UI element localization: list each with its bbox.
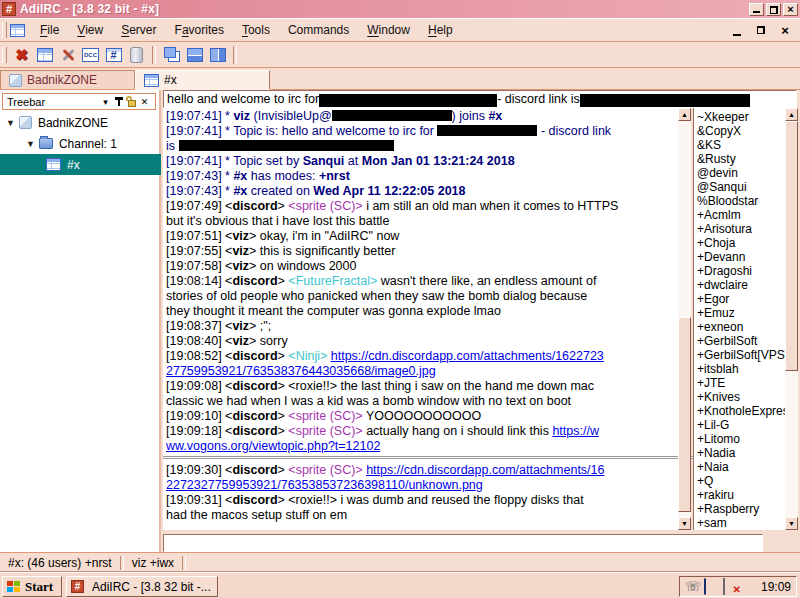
- toolbar-grip[interactable]: [2, 47, 7, 63]
- menu-item-file[interactable]: File: [31, 21, 68, 39]
- menu-item-view[interactable]: View: [68, 21, 112, 39]
- chat-scrollbar[interactable]: ▲ ▼: [678, 108, 691, 530]
- userlist-item[interactable]: +dwclaire: [697, 278, 785, 292]
- chat-scroll-thumb[interactable]: [678, 317, 691, 512]
- user-list[interactable]: ~Xkeeper&CopyX&KS&Rusty@devin@Sanqui%Blo…: [693, 108, 785, 530]
- mdi-system-menu-icon[interactable]: [10, 24, 25, 37]
- cascade-windows-button[interactable]: [160, 44, 183, 66]
- mdi-restore-button[interactable]: [754, 24, 768, 37]
- start-button[interactable]: Start: [2, 576, 62, 597]
- chat-text: <sprite (SC)>: [288, 463, 362, 477]
- chat-link[interactable]: https://cdn.discordapp.com/attachments/1…: [366, 463, 604, 477]
- channels-button[interactable]: #: [102, 44, 125, 66]
- userlist-item[interactable]: +sam: [697, 516, 785, 530]
- userlist-item[interactable]: +Knives: [697, 390, 785, 404]
- userlist-item[interactable]: %Bloodstar: [697, 194, 785, 208]
- fax-tray-icon[interactable]: ☏: [685, 579, 700, 594]
- userlist-item[interactable]: &CopyX: [697, 124, 785, 138]
- userlist-item[interactable]: +Q: [697, 474, 785, 488]
- userlist-item[interactable]: +Lil-G: [697, 418, 785, 432]
- tab-x[interactable]: #x: [135, 70, 270, 89]
- userlist-scroll-down-button[interactable]: ▼: [785, 517, 798, 530]
- treebar-close-button[interactable]: ✕: [138, 96, 151, 108]
- minimize-button[interactable]: [749, 3, 764, 16]
- menu-item-favorites[interactable]: Favorites: [166, 21, 233, 39]
- chat-link[interactable]: https://w: [552, 424, 599, 438]
- treebar-pin-button[interactable]: [112, 96, 125, 108]
- chat-text: discord: [232, 379, 277, 393]
- scripts-button[interactable]: [125, 44, 148, 66]
- network-error-tray-icon[interactable]: [723, 579, 738, 594]
- userlist-item[interactable]: +JTE: [697, 376, 785, 390]
- userlist-item[interactable]: +Arisotura: [697, 222, 785, 236]
- chat-scroll-down-button[interactable]: ▼: [678, 517, 691, 530]
- chat-text: [19:07:58] <: [166, 259, 232, 273]
- tab-badnikzone[interactable]: BadnikZONE: [0, 70, 135, 89]
- userlist-item[interactable]: +Litomo: [697, 432, 785, 446]
- mdi-close-button[interactable]: ×: [778, 24, 792, 37]
- tile-horizontal-button[interactable]: [183, 44, 206, 66]
- chat-text: #x: [488, 109, 502, 123]
- menu-item-help[interactable]: Help: [419, 21, 462, 39]
- userlist-item[interactable]: @devin: [697, 166, 785, 180]
- chat-live-area[interactable]: [19:09:30] <discord> <sprite (SC)> https…: [163, 459, 678, 530]
- redacted-text: [179, 140, 394, 151]
- userlist-item[interactable]: +KnotholeExpress: [697, 404, 785, 418]
- adiirc-tray-icon[interactable]: [704, 579, 719, 594]
- close-button[interactable]: ×: [783, 3, 798, 16]
- userlist-item[interactable]: +Dragoshi: [697, 264, 785, 278]
- menu-item-server[interactable]: Server: [112, 21, 165, 39]
- userlist-scroll-up-button[interactable]: ▲: [785, 108, 798, 121]
- options-button[interactable]: [56, 44, 79, 66]
- expand-arrow-icon[interactable]: ▼: [6, 118, 15, 128]
- chat-line: ww.vogons.org/viewtopic.php?t=12102: [166, 439, 678, 454]
- userlist-item[interactable]: +GerbilSoft: [697, 334, 785, 348]
- chat-link[interactable]: https://cdn.discordapp.com/attachments/1…: [331, 349, 604, 363]
- server-list-button[interactable]: [33, 44, 56, 66]
- channel-status: #x: (46 users) +nrst: [0, 556, 120, 570]
- menu-item-tools[interactable]: Tools: [233, 21, 279, 39]
- tree-item-channel1[interactable]: ▼Channel: 1: [0, 133, 161, 154]
- chat-link[interactable]: 27759953921/763538376443035668/image0.jp…: [166, 364, 436, 378]
- chat-link[interactable]: 2272327759953921/763538537236398110/unkn…: [166, 478, 483, 492]
- userlist-item[interactable]: +GerbilSoft[VPS]: [697, 348, 785, 362]
- userlist-item[interactable]: ~Xkeeper: [697, 110, 785, 124]
- tabbar: BadnikZONE#x: [0, 68, 800, 90]
- tile-vertical-button[interactable]: [206, 44, 229, 66]
- chat-scrollback[interactable]: [19:07:41] * viz (InvisibleUp@) joins #x…: [163, 108, 678, 456]
- disconnect-button[interactable]: ✖: [10, 44, 33, 66]
- userlist-item[interactable]: +Nadia: [697, 446, 785, 460]
- tree-item-x[interactable]: #x: [0, 154, 161, 175]
- mdi-minimize-button[interactable]: [730, 24, 744, 37]
- treebar-menu-button[interactable]: ▾: [99, 96, 112, 108]
- dcc-button[interactable]: DCC: [79, 44, 102, 66]
- userlist-item[interactable]: +Egor: [697, 292, 785, 306]
- userlist-item[interactable]: +Devann: [697, 250, 785, 264]
- userlist-item[interactable]: @Sanqui: [697, 180, 785, 194]
- userlist-item[interactable]: +Naia: [697, 460, 785, 474]
- userlist-item[interactable]: +exneon: [697, 320, 785, 334]
- taskbar-task-adiirc[interactable]: # AdiIRC - [3.8 32 bit -...: [66, 576, 218, 597]
- userlist-item[interactable]: +itsblah: [697, 362, 785, 376]
- expand-arrow-icon[interactable]: ▼: [26, 139, 35, 149]
- tree-item-badnikzone[interactable]: ▼BadnikZONE: [0, 112, 161, 133]
- chat-link[interactable]: ww.vogons.org/viewtopic.php?t=12102: [166, 439, 380, 453]
- chat-text: >: [278, 424, 289, 438]
- userlist-item[interactable]: &Rusty: [697, 152, 785, 166]
- userlist-item[interactable]: +Choja: [697, 236, 785, 250]
- menubar-grip[interactable]: [2, 22, 7, 38]
- menu-item-window[interactable]: Window: [358, 21, 419, 39]
- message-input[interactable]: [164, 537, 762, 553]
- topic-bar[interactable]: hello and welcome to irc for - discord l…: [163, 90, 797, 108]
- userlist-item[interactable]: +Raspberry: [697, 502, 785, 516]
- menu-item-commands[interactable]: Commands: [279, 21, 358, 39]
- userlist-scrollbar[interactable]: ▲ ▼: [785, 108, 798, 530]
- userlist-item[interactable]: +Emuz: [697, 306, 785, 320]
- userlist-item[interactable]: +rakiru: [697, 488, 785, 502]
- chat-scroll-up-button[interactable]: ▲: [678, 108, 691, 121]
- userlist-item[interactable]: &KS: [697, 138, 785, 152]
- treebar-lock-button[interactable]: [125, 96, 138, 108]
- restore-button[interactable]: [766, 3, 781, 16]
- userlist-scroll-thumb[interactable]: [785, 121, 798, 371]
- userlist-item[interactable]: +Acmlm: [697, 208, 785, 222]
